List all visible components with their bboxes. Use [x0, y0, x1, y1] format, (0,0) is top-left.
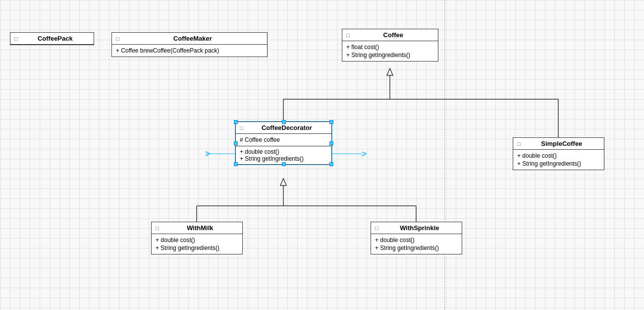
withsprinkle-icon: □: [375, 225, 378, 231]
class-coffeemaker-body: + Coffee brewCoffee(CoffeePack pack): [112, 45, 267, 57]
coffeepack-icon: □: [14, 36, 18, 42]
resize-handle-bl[interactable]: [234, 162, 238, 166]
class-simplecoffee-header: □ SimpleCoffee: [513, 138, 604, 150]
separator-line: [444, 0, 445, 310]
class-withsprinkle[interactable]: □ WithSprinkle + double cost() + String …: [371, 222, 462, 254]
coffee-method-2: + String getIngredients(): [346, 51, 434, 59]
class-withsprinkle-body: + double cost() + String getIngredients(…: [371, 234, 462, 254]
withsprinkle-method-2: + String getIngredients(): [375, 244, 458, 252]
withmilk-method-2: + String getIngredients(): [156, 244, 238, 252]
class-coffeedecorator[interactable]: □ CoffeeDecorator # Coffee coffee + doub…: [235, 122, 332, 165]
resize-handle-tc[interactable]: [282, 120, 286, 124]
coffeedecorator-attr-1: # Coffee coffee: [240, 136, 327, 144]
coffee-method-1: + float cost(): [346, 43, 434, 51]
coffeedecorator-name: CoffeeDecorator: [246, 124, 327, 131]
class-coffeemaker[interactable]: □ CoffeeMaker + Coffee brewCoffee(Coffee…: [111, 32, 268, 57]
resize-handle-mr[interactable]: [329, 141, 333, 145]
class-simplecoffee-body: + double cost() + String getIngredients(…: [513, 150, 604, 170]
coffeemaker-icon: □: [116, 36, 119, 42]
resize-handle-bc[interactable]: [282, 162, 286, 166]
coffee-icon: □: [346, 32, 350, 38]
class-coffeepack[interactable]: □ CoffeePack: [10, 32, 94, 45]
withmilk-name: WithMilk: [162, 224, 238, 232]
withmilk-method-1: + double cost(): [156, 236, 238, 244]
class-coffee[interactable]: □ Coffee + float cost() + String getIngr…: [342, 29, 438, 62]
withmilk-icon: □: [156, 225, 159, 231]
class-withmilk-header: □ WithMilk: [152, 222, 242, 234]
simplecoffee-icon: □: [517, 141, 521, 147]
class-coffeemaker-header: □ CoffeeMaker: [112, 33, 267, 45]
class-withsprinkle-header: □ WithSprinkle: [371, 222, 462, 234]
class-withmilk[interactable]: □ WithMilk + double cost() + String getI…: [151, 222, 243, 254]
coffee-name: Coffee: [353, 31, 434, 39]
coffeedecorator-method-1: + double cost(): [240, 148, 327, 155]
uml-canvas[interactable]: □ CoffeePack □ CoffeeMaker + Coffee brew…: [0, 0, 644, 310]
simplecoffee-method-1: + double cost(): [517, 152, 600, 160]
class-coffeepack-header: □ CoffeePack: [10, 33, 94, 45]
resize-handle-tl[interactable]: [234, 120, 238, 124]
coffeepack-name: CoffeePack: [21, 35, 90, 42]
coffeedecorator-icon: □: [240, 125, 243, 131]
class-simplecoffee[interactable]: □ SimpleCoffee + double cost() + String …: [513, 137, 604, 170]
svg-marker-9: [280, 179, 286, 186]
svg-marker-3: [387, 68, 393, 75]
class-withmilk-body: + double cost() + String getIngredients(…: [152, 234, 242, 254]
resize-handle-ml[interactable]: [234, 141, 238, 145]
coffeemaker-name: CoffeeMaker: [122, 35, 263, 42]
class-coffee-body: + float cost() + String getIngredients(): [342, 41, 438, 61]
resize-handle-tr[interactable]: [329, 120, 333, 124]
simplecoffee-name: SimpleCoffee: [524, 140, 600, 147]
class-coffee-header: □ Coffee: [342, 29, 438, 41]
class-coffeedecorator-body: # Coffee coffee: [236, 134, 331, 146]
class-coffeedecorator-methods: + double cost() + String getIngredients(…: [236, 146, 331, 164]
coffeedecorator-method-2: + String getIngredients(): [240, 155, 327, 162]
simplecoffee-method-2: + String getIngredients(): [517, 160, 600, 168]
withsprinkle-method-1: + double cost(): [375, 236, 458, 244]
withsprinkle-name: WithSprinkle: [381, 224, 458, 232]
resize-handle-br[interactable]: [329, 162, 333, 166]
coffeemaker-method-1: + Coffee brewCoffee(CoffeePack pack): [116, 47, 263, 55]
